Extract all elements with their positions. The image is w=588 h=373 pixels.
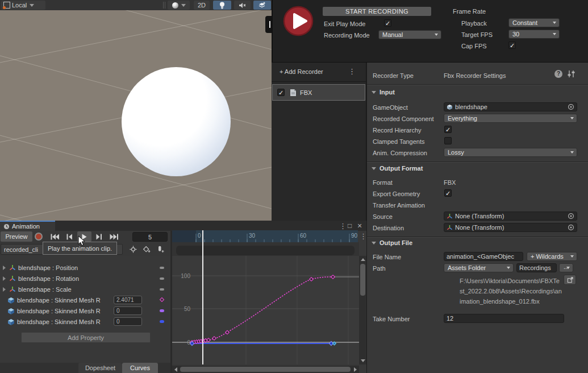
record-hierarchy-checkbox[interactable]: ✓ — [444, 126, 452, 133]
value-label-50: 50 — [184, 306, 191, 312]
property-row-blendshape-1[interactable]: blendshape : Skinned Mesh R 2.4071 — [0, 295, 170, 306]
wildcards-button[interactable]: + Wildcards — [527, 252, 577, 261]
file-name-input[interactable]: animation_<GameObjec — [444, 252, 523, 261]
output-file-section-header[interactable]: Output File — [372, 239, 412, 246]
add-recorder-button[interactable]: + Add Recorder ⋮ — [272, 63, 366, 82]
tab-curves[interactable]: Curves — [122, 363, 158, 373]
add-keyframe-button[interactable] — [141, 244, 152, 255]
browse-button[interactable]: ... — [559, 263, 573, 272]
preset-icon[interactable] — [567, 70, 576, 78]
skinned-mesh-icon — [7, 318, 15, 326]
curve-vertical-scrollbar[interactable] — [359, 256, 366, 364]
object-picker-icon[interactable] — [568, 103, 574, 110]
foldout-arrow-icon[interactable] — [3, 287, 6, 292]
open-path-button[interactable] — [564, 275, 576, 285]
pivot-rotation-button[interactable]: Local — [1, 1, 45, 10]
source-object-field[interactable]: None (Transform) — [444, 212, 577, 221]
export-geometry-checkbox[interactable]: ✓ — [444, 189, 452, 197]
recorder-enabled-checkbox[interactable]: ✓ — [277, 89, 285, 96]
svg-text:30: 30 — [249, 233, 256, 239]
filter-selection-button[interactable] — [127, 244, 139, 255]
first-frame-icon — [51, 234, 59, 240]
format-value: FBX — [444, 179, 456, 186]
scrollbar-thumb[interactable] — [180, 367, 351, 372]
file-name-label: File Name — [373, 254, 401, 260]
next-frame-button[interactable] — [92, 231, 106, 242]
record-play-button[interactable] — [283, 6, 314, 36]
preview-button[interactable]: Preview — [1, 231, 32, 242]
cube-icon — [447, 104, 453, 110]
timeline-ruler[interactable]: 0306090 — [172, 230, 358, 242]
keyframe-marker[interactable] — [160, 297, 164, 302]
curve-editor[interactable]: 100 50 0 — [172, 256, 359, 364]
window-menu-icon[interactable]: ⋮ — [339, 222, 347, 230]
property-row-rotation[interactable]: blendshape : Rotation — [0, 273, 170, 284]
shading-mode-button[interactable] — [168, 1, 190, 10]
record-toggle-button[interactable] — [35, 233, 43, 241]
playback-dropdown[interactable]: Constant — [508, 18, 560, 27]
property-value-field[interactable]: 0 — [114, 317, 142, 326]
property-row-blendshape-2[interactable]: blendshape : Skinned Mesh R 0 — [0, 306, 170, 317]
ruler-menu-icon[interactable]: ⋮ — [360, 232, 366, 241]
output-format-section-header[interactable]: Output Format — [372, 165, 423, 172]
path-root-dropdown[interactable]: Assets Folder — [444, 263, 514, 272]
gameobject-object-field[interactable]: blendshape — [444, 102, 577, 111]
scrollbar-thumb[interactable] — [360, 264, 365, 296]
clamped-tangents-checkbox[interactable] — [444, 137, 452, 144]
help-icon[interactable]: ? — [554, 70, 562, 78]
property-value-field[interactable]: 2.4071 — [114, 296, 142, 304]
current-frame-input[interactable]: 5 — [132, 232, 168, 242]
cap-fps-label: Cap FPS — [461, 43, 487, 49]
property-row-blendshape-3[interactable]: blendshape : Skinned Mesh R 0 — [0, 317, 170, 328]
recorder-list-menu-icon[interactable]: ⋮ — [348, 67, 356, 76]
curve-magenta[interactable] — [192, 277, 333, 342]
keyframe-marker[interactable] — [160, 320, 164, 323]
foldout-arrow-icon[interactable] — [3, 276, 6, 281]
scroll-down-arrow[interactable] — [361, 359, 365, 362]
curve-horizontal-scrollbar[interactable] — [172, 366, 359, 373]
exit-play-mode-checkbox[interactable]: ✓ — [384, 19, 391, 27]
start-recording-button[interactable]: START RECORDING — [323, 7, 431, 16]
scroll-up-arrow[interactable] — [361, 258, 365, 261]
animation-window: Animation ⋮ □ × Preview — [0, 221, 366, 373]
input-section-header[interactable]: Input — [372, 89, 395, 96]
scene-effects-button[interactable] — [253, 1, 271, 10]
add-event-button[interactable] — [155, 244, 166, 255]
scene-lighting-toggle[interactable] — [213, 1, 231, 10]
recorded-component-dropdown[interactable]: Everything — [444, 114, 577, 123]
keyframe-marker[interactable] — [160, 309, 164, 312]
path-folder-input[interactable]: Recordings — [516, 263, 557, 272]
scene-sphere[interactable] — [122, 67, 231, 176]
keyframe-marker[interactable] — [160, 267, 164, 269]
keyframe-marker[interactable] — [160, 288, 164, 291]
window-close-icon[interactable]: × — [357, 221, 362, 230]
property-row-scale[interactable]: blendshape : Scale — [0, 284, 170, 295]
recording-mode-dropdown[interactable]: Manual — [378, 30, 441, 39]
property-value-field[interactable]: 0 — [114, 306, 142, 315]
previous-frame-button[interactable] — [62, 231, 77, 242]
goto-first-frame-button[interactable] — [48, 231, 62, 242]
scene-audio-mute-toggle[interactable] — [234, 1, 251, 10]
property-row-position[interactable]: blendshape : Position — [0, 263, 170, 273]
target-fps-dropdown[interactable]: 30 — [508, 30, 560, 39]
view-2d-toggle[interactable]: 2D — [194, 1, 210, 10]
add-property-button[interactable]: Add Property — [21, 332, 151, 343]
playhead-line[interactable] — [202, 230, 203, 364]
cap-fps-checkbox[interactable]: ✓ — [508, 42, 516, 49]
anim-compression-dropdown[interactable]: Lossy — [444, 148, 577, 157]
keyframe-marker[interactable] — [160, 277, 164, 280]
goto-last-frame-button[interactable] — [107, 231, 121, 242]
object-picker-icon[interactable] — [568, 224, 574, 231]
tab-animation[interactable]: Animation — [0, 221, 55, 231]
object-picker-icon[interactable] — [568, 213, 574, 219]
window-maximize-icon[interactable]: □ — [348, 222, 352, 230]
foldout-arrow-icon[interactable] — [3, 266, 6, 270]
scene-overlay-handle[interactable] — [265, 16, 272, 33]
scroll-left-arrow[interactable] — [174, 367, 177, 372]
transform-axis-icon — [9, 275, 16, 282]
destination-object-field[interactable]: None (Transform) — [444, 223, 577, 232]
tab-dopesheet[interactable]: Dopesheet — [78, 363, 122, 373]
recorder-list-item-fbx[interactable]: ✓ FBX — [272, 84, 365, 101]
scroll-right-arrow[interactable] — [354, 367, 357, 372]
take-number-input[interactable]: 12 — [444, 314, 564, 323]
